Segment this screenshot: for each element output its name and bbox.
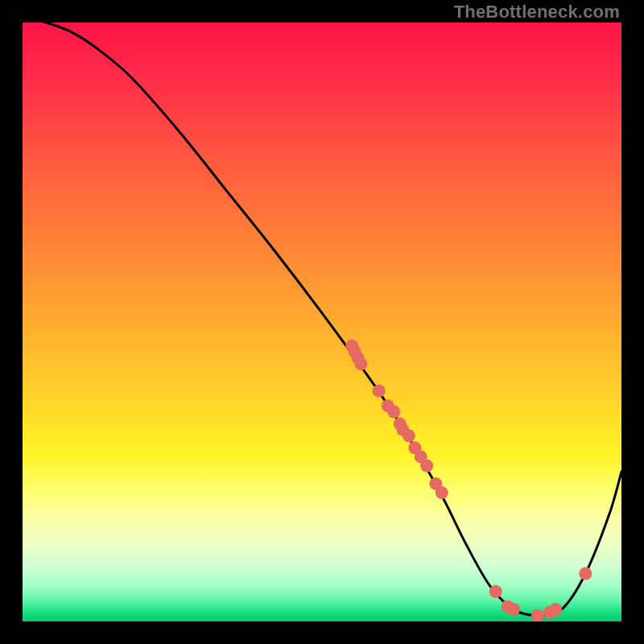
bottleneck-curve — [23, 23, 621, 616]
data-point — [354, 357, 367, 370]
data-point — [489, 585, 502, 598]
data-point — [402, 429, 415, 442]
data-point — [420, 460, 433, 473]
data-point — [579, 567, 592, 580]
data-point — [549, 603, 562, 616]
data-points-group — [345, 340, 592, 621]
watermark-text: TheBottleneck.com — [454, 2, 620, 23]
data-point — [387, 406, 400, 419]
data-point — [531, 609, 544, 621]
chart-svg-overlay — [23, 23, 621, 621]
data-point — [436, 486, 448, 499]
data-point — [507, 603, 520, 616]
chart-container — [23, 23, 621, 621]
data-point — [373, 385, 386, 398]
